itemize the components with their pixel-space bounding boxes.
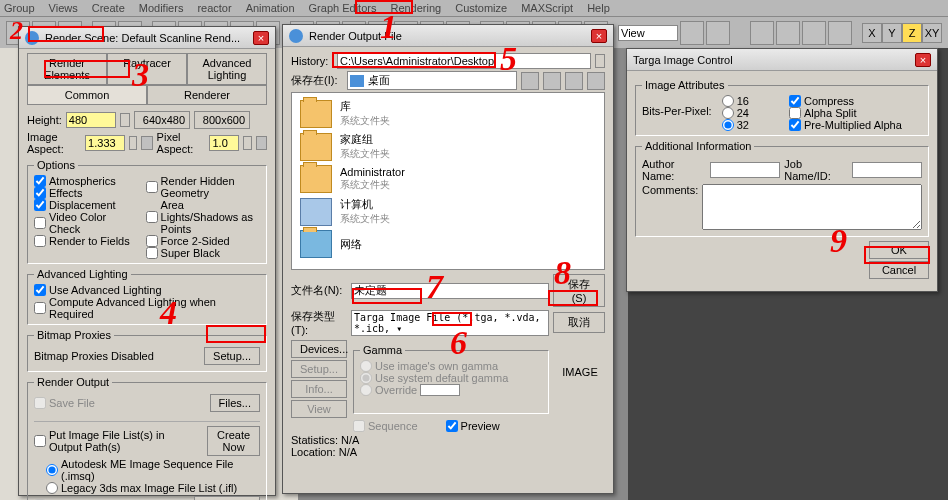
image-attrs-group: Image Attributes Bits-Per-Pixel: 16 24 3… [635,79,929,136]
menu-maxscript[interactable]: MAXScript [521,2,573,14]
devices-button[interactable]: Devices... [291,340,347,358]
cb-area-lights[interactable]: Area Lights/Shadows as Points [146,199,260,235]
cb-render-fields[interactable]: Render to Fields [34,235,140,247]
menu-views[interactable]: Views [49,2,78,14]
rb-autodesk[interactable]: Autodesk ME Image Sequence File (.imsq) [46,458,260,482]
cancel-button[interactable]: Cancel [869,261,929,279]
filetype-dropdown[interactable]: Targa Image File (*.tga, *.vda, *.icb, ▾ [351,310,549,336]
menu-create[interactable]: Create [92,2,125,14]
lock-icon[interactable] [141,136,152,150]
up-icon[interactable] [543,72,561,90]
preset-640x480[interactable]: 640x480 [134,111,190,129]
cb-put-img[interactable]: Put Image File List(s) in Output Path(s) [34,429,199,453]
render-scene-titlebar[interactable]: Render Scene: Default Scanline Rend... × [19,27,275,49]
ok-button[interactable]: OK [869,241,929,259]
cb-atmospherics[interactable]: Atmospherics [34,175,140,187]
tab-raytracer[interactable]: Raytracer [107,53,187,84]
cb-effects[interactable]: Effects [34,187,140,199]
author-input[interactable] [710,162,780,178]
toolbar-button[interactable] [776,21,800,45]
files-button[interactable]: Files... [210,394,260,412]
view-dropdown[interactable]: View [618,25,678,41]
targa-titlebar[interactable]: Targa Image Control × [627,49,937,71]
file-dialog-titlebar[interactable]: Render Output File × [283,25,613,47]
rb-32[interactable]: 32 [722,119,749,131]
rb-legacy[interactable]: Legacy 3ds max Image File List (.ifl) [46,482,260,494]
viewmode-icon[interactable] [587,72,605,90]
close-icon[interactable]: × [915,53,931,67]
tab-advanced-lighting[interactable]: Advanced Lighting [187,53,267,84]
proxies-status: Bitmap Proxies Disabled [34,350,154,362]
tab-render-elements[interactable]: Render Elements [27,53,107,84]
menu-help[interactable]: Help [587,2,610,14]
menu-reactor[interactable]: reactor [197,2,231,14]
cb-alpha-split[interactable]: Alpha Split [789,107,902,119]
cb-video-color[interactable]: Video Color Check [34,211,140,235]
file-list[interactable]: 库系统文件夹 家庭组系统文件夹 Administrator系统文件夹 计算机系统… [291,92,605,270]
cb-premul[interactable]: Pre-Multiplied Alpha [789,119,902,131]
savein-dropdown[interactable]: 桌面 [347,71,517,90]
cb-save-file[interactable]: Save File [34,397,95,409]
proxies-legend: Bitmap Proxies [34,329,114,341]
height-input[interactable] [66,112,116,128]
axis-z[interactable]: Z [902,23,922,43]
view-button: View [291,400,347,418]
save-button[interactable]: 保存(S) [553,274,605,307]
axis-y[interactable]: Y [882,23,902,43]
menu-group[interactable]: Group [4,2,35,14]
list-item: 库系统文件夹 [296,97,600,130]
img-aspect-spinner[interactable] [129,136,137,150]
toolbar-button[interactable] [750,21,774,45]
rb-16[interactable]: 16 [722,95,749,107]
height-label: Height: [27,114,62,126]
back-icon[interactable] [521,72,539,90]
toolbar-button[interactable] [828,21,852,45]
toolbar-button[interactable] [680,21,704,45]
newfolder-icon[interactable] [565,72,583,90]
history-dropdown-icon[interactable] [595,54,605,68]
lock-icon[interactable] [256,136,267,150]
menu-customize[interactable]: Customize [455,2,507,14]
menu-rendering[interactable]: Rendering [390,2,441,14]
close-icon[interactable]: × [253,31,269,45]
rb-24[interactable]: 24 [722,107,749,119]
main-menu-bar: Group Views Create Modifiers reactor Ani… [0,0,948,16]
filename-input[interactable] [351,283,549,299]
job-input[interactable] [852,162,922,178]
cb-force2[interactable]: Force 2-Sided [146,235,260,247]
app-icon [25,31,39,45]
output-legend: Render Output [34,376,112,388]
menu-graph-editors[interactable]: Graph Editors [309,2,377,14]
img-aspect-input[interactable] [85,135,125,151]
axis-selector[interactable]: X Y Z XY [862,23,942,43]
cb-compute-adv[interactable]: Compute Advanced Lighting when Required [34,296,260,320]
tab-renderer[interactable]: Renderer [147,85,267,104]
menu-animation[interactable]: Animation [246,2,295,14]
cb-sequence[interactable]: Sequence [353,420,418,432]
tab-common[interactable]: Common [27,85,147,104]
cb-super-black[interactable]: Super Black [146,247,260,259]
create-now-button[interactable]: Create Now [207,426,260,456]
preset-800x600[interactable]: 800x600 [194,111,250,129]
cb-use-adv[interactable]: Use Advanced Lighting [34,284,260,296]
axis-x[interactable]: X [862,23,882,43]
history-input[interactable] [337,53,591,69]
axis-xy-icon[interactable]: XY [922,23,942,43]
pix-aspect-spinner[interactable] [243,136,251,150]
height-spinner[interactable] [120,113,130,127]
folder-icon [300,165,332,193]
toolbar-button[interactable] [802,21,826,45]
cb-preview[interactable]: Preview [446,420,500,432]
toolbar-button[interactable] [706,21,730,45]
cb-hidden-geo[interactable]: Render Hidden Geometry [146,175,260,199]
comments-input[interactable] [702,184,922,230]
cb-compress[interactable]: Compress [789,95,902,107]
cb-displacement[interactable]: Displacement [34,199,140,211]
menu-modifiers[interactable]: Modifiers [139,2,184,14]
tabs-top: Render Elements Raytracer Advanced Light… [27,53,267,85]
proxies-setup-button[interactable]: Setup... [204,347,260,365]
cancel-button[interactable]: 取消 [553,312,605,333]
pix-aspect-input[interactable] [209,135,239,151]
close-icon[interactable]: × [591,29,607,43]
devices-button[interactable]: Devices... [194,496,260,500]
